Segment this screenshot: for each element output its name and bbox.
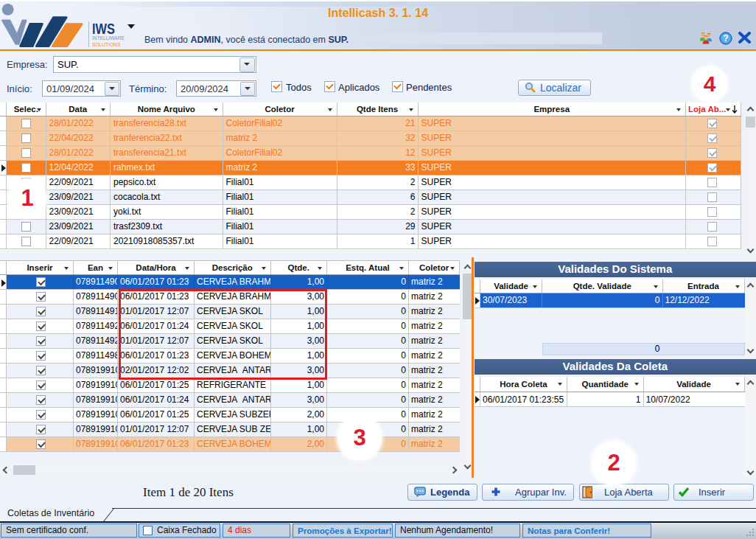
svg-text:?: ?: [723, 33, 728, 44]
